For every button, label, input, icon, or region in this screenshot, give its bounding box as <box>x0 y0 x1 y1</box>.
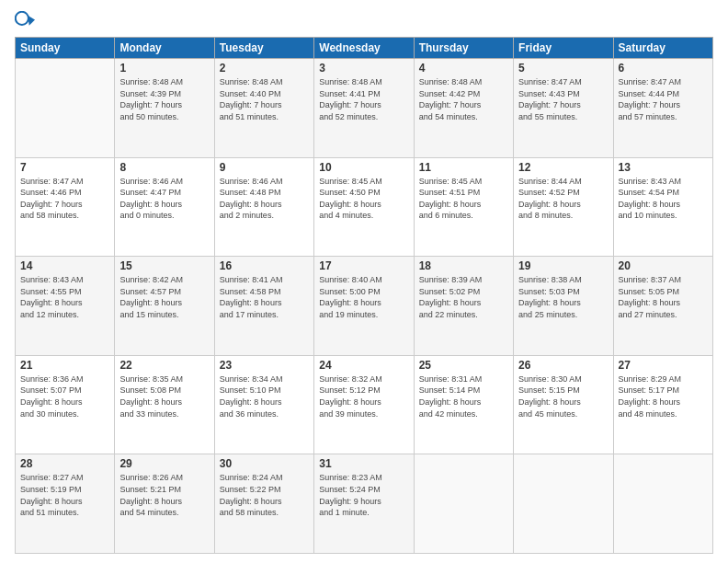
day-cell: 21Sunrise: 8:36 AM Sunset: 5:07 PM Dayli… <box>16 355 115 454</box>
day-cell: 14Sunrise: 8:43 AM Sunset: 4:55 PM Dayli… <box>16 257 115 356</box>
day-cell: 17Sunrise: 8:40 AM Sunset: 5:00 PM Dayli… <box>314 257 414 356</box>
day-number: 20 <box>619 259 708 272</box>
day-number: 21 <box>20 359 109 372</box>
day-cell: 28Sunrise: 8:27 AM Sunset: 5:19 PM Dayli… <box>16 454 115 554</box>
day-cell: 11Sunrise: 8:45 AM Sunset: 4:51 PM Dayli… <box>414 157 513 257</box>
day-content: Sunrise: 8:42 AM Sunset: 4:57 PM Dayligh… <box>119 274 209 320</box>
day-number: 3 <box>319 62 408 75</box>
day-content: Sunrise: 8:32 AM Sunset: 5:12 PM Dayligh… <box>319 373 408 419</box>
col-header-wednesday: Wednesday <box>314 38 414 59</box>
day-number: 30 <box>220 457 309 470</box>
day-content: Sunrise: 8:45 AM Sunset: 4:50 PM Dayligh… <box>319 176 408 222</box>
day-content: Sunrise: 8:48 AM Sunset: 4:42 PM Dayligh… <box>419 76 508 122</box>
day-cell: 25Sunrise: 8:31 AM Sunset: 5:14 PM Dayli… <box>414 355 513 454</box>
day-cell: 10Sunrise: 8:45 AM Sunset: 4:50 PM Dayli… <box>314 157 414 257</box>
day-number: 23 <box>220 359 309 372</box>
col-header-saturday: Saturday <box>613 38 712 59</box>
day-cell: 4Sunrise: 8:48 AM Sunset: 4:42 PM Daylig… <box>414 59 513 158</box>
day-cell: 19Sunrise: 8:38 AM Sunset: 5:03 PM Dayli… <box>514 257 613 356</box>
col-header-tuesday: Tuesday <box>214 38 313 59</box>
day-cell: 1Sunrise: 8:48 AM Sunset: 4:39 PM Daylig… <box>115 59 214 158</box>
day-number: 22 <box>119 359 209 372</box>
day-cell: 9Sunrise: 8:46 AM Sunset: 4:48 PM Daylig… <box>214 157 313 257</box>
day-cell <box>414 454 513 554</box>
day-number: 12 <box>518 161 608 174</box>
week-row-4: 21Sunrise: 8:36 AM Sunset: 5:07 PM Dayli… <box>16 355 713 454</box>
day-content: Sunrise: 8:44 AM Sunset: 4:52 PM Dayligh… <box>518 176 608 222</box>
day-content: Sunrise: 8:36 AM Sunset: 5:07 PM Dayligh… <box>20 373 109 419</box>
day-cell: 16Sunrise: 8:41 AM Sunset: 4:58 PM Dayli… <box>214 257 313 356</box>
day-content: Sunrise: 8:24 AM Sunset: 5:22 PM Dayligh… <box>220 472 309 518</box>
day-content: Sunrise: 8:39 AM Sunset: 5:02 PM Dayligh… <box>419 274 508 320</box>
day-number: 28 <box>20 457 109 470</box>
page: SundayMondayTuesdayWednesdayThursdayFrid… <box>0 0 728 563</box>
day-number: 19 <box>518 259 608 272</box>
day-content: Sunrise: 8:30 AM Sunset: 5:15 PM Dayligh… <box>518 373 608 419</box>
day-number: 4 <box>419 62 508 75</box>
col-header-thursday: Thursday <box>414 38 513 59</box>
day-number: 6 <box>619 62 708 75</box>
day-content: Sunrise: 8:47 AM Sunset: 4:46 PM Dayligh… <box>20 176 109 222</box>
svg-marker-1 <box>28 16 35 26</box>
svg-point-0 <box>16 12 28 25</box>
day-content: Sunrise: 8:45 AM Sunset: 4:51 PM Dayligh… <box>419 176 508 222</box>
day-content: Sunrise: 8:35 AM Sunset: 5:08 PM Dayligh… <box>119 373 209 419</box>
day-number: 5 <box>518 62 608 75</box>
day-cell: 18Sunrise: 8:39 AM Sunset: 5:02 PM Dayli… <box>414 257 513 356</box>
week-row-3: 14Sunrise: 8:43 AM Sunset: 4:55 PM Dayli… <box>16 257 713 356</box>
day-number: 27 <box>619 359 708 372</box>
day-cell: 7Sunrise: 8:47 AM Sunset: 4:46 PM Daylig… <box>16 157 115 257</box>
day-cell: 27Sunrise: 8:29 AM Sunset: 5:17 PM Dayli… <box>613 355 712 454</box>
day-content: Sunrise: 8:43 AM Sunset: 4:54 PM Dayligh… <box>619 176 708 222</box>
day-cell: 13Sunrise: 8:43 AM Sunset: 4:54 PM Dayli… <box>613 157 712 257</box>
day-cell <box>16 59 115 158</box>
day-number: 7 <box>20 161 109 174</box>
day-cell <box>613 454 712 554</box>
calendar-table: SundayMondayTuesdayWednesdayThursdayFrid… <box>15 37 713 554</box>
logo <box>15 11 39 31</box>
day-cell: 15Sunrise: 8:42 AM Sunset: 4:57 PM Dayli… <box>115 257 214 356</box>
day-cell: 26Sunrise: 8:30 AM Sunset: 5:15 PM Dayli… <box>514 355 613 454</box>
day-number: 15 <box>119 259 209 272</box>
header <box>15 11 713 31</box>
day-content: Sunrise: 8:48 AM Sunset: 4:41 PM Dayligh… <box>319 76 408 122</box>
day-cell: 2Sunrise: 8:48 AM Sunset: 4:40 PM Daylig… <box>214 59 313 158</box>
day-content: Sunrise: 8:43 AM Sunset: 4:55 PM Dayligh… <box>20 274 109 320</box>
day-number: 16 <box>220 259 309 272</box>
day-cell: 20Sunrise: 8:37 AM Sunset: 5:05 PM Dayli… <box>613 257 712 356</box>
day-cell: 30Sunrise: 8:24 AM Sunset: 5:22 PM Dayli… <box>214 454 313 554</box>
header-row: SundayMondayTuesdayWednesdayThursdayFrid… <box>16 38 713 59</box>
day-content: Sunrise: 8:48 AM Sunset: 4:39 PM Dayligh… <box>119 76 209 122</box>
day-cell <box>514 454 613 554</box>
day-cell: 3Sunrise: 8:48 AM Sunset: 4:41 PM Daylig… <box>314 59 414 158</box>
day-number: 24 <box>319 359 408 372</box>
day-content: Sunrise: 8:29 AM Sunset: 5:17 PM Dayligh… <box>619 373 708 419</box>
week-row-2: 7Sunrise: 8:47 AM Sunset: 4:46 PM Daylig… <box>16 157 713 257</box>
day-content: Sunrise: 8:27 AM Sunset: 5:19 PM Dayligh… <box>20 472 109 518</box>
day-content: Sunrise: 8:34 AM Sunset: 5:10 PM Dayligh… <box>220 373 309 419</box>
col-header-friday: Friday <box>514 38 613 59</box>
day-number: 29 <box>119 457 209 470</box>
day-content: Sunrise: 8:48 AM Sunset: 4:40 PM Dayligh… <box>220 76 309 122</box>
day-number: 17 <box>319 259 408 272</box>
day-cell: 24Sunrise: 8:32 AM Sunset: 5:12 PM Dayli… <box>314 355 414 454</box>
day-number: 2 <box>220 62 309 75</box>
day-content: Sunrise: 8:38 AM Sunset: 5:03 PM Dayligh… <box>518 274 608 320</box>
day-number: 10 <box>319 161 408 174</box>
day-number: 1 <box>119 62 209 75</box>
day-cell: 29Sunrise: 8:26 AM Sunset: 5:21 PM Dayli… <box>115 454 214 554</box>
day-content: Sunrise: 8:46 AM Sunset: 4:48 PM Dayligh… <box>220 176 309 222</box>
day-content: Sunrise: 8:47 AM Sunset: 4:43 PM Dayligh… <box>518 76 608 122</box>
day-content: Sunrise: 8:41 AM Sunset: 4:58 PM Dayligh… <box>220 274 309 320</box>
day-cell: 12Sunrise: 8:44 AM Sunset: 4:52 PM Dayli… <box>514 157 613 257</box>
day-number: 9 <box>220 161 309 174</box>
col-header-monday: Monday <box>115 38 214 59</box>
day-cell: 22Sunrise: 8:35 AM Sunset: 5:08 PM Dayli… <box>115 355 214 454</box>
day-content: Sunrise: 8:26 AM Sunset: 5:21 PM Dayligh… <box>119 472 209 518</box>
logo-icon <box>15 11 35 31</box>
day-number: 11 <box>419 161 508 174</box>
day-cell: 5Sunrise: 8:47 AM Sunset: 4:43 PM Daylig… <box>514 59 613 158</box>
week-row-1: 1Sunrise: 8:48 AM Sunset: 4:39 PM Daylig… <box>16 59 713 158</box>
day-content: Sunrise: 8:23 AM Sunset: 5:24 PM Dayligh… <box>319 472 408 518</box>
day-number: 13 <box>619 161 708 174</box>
